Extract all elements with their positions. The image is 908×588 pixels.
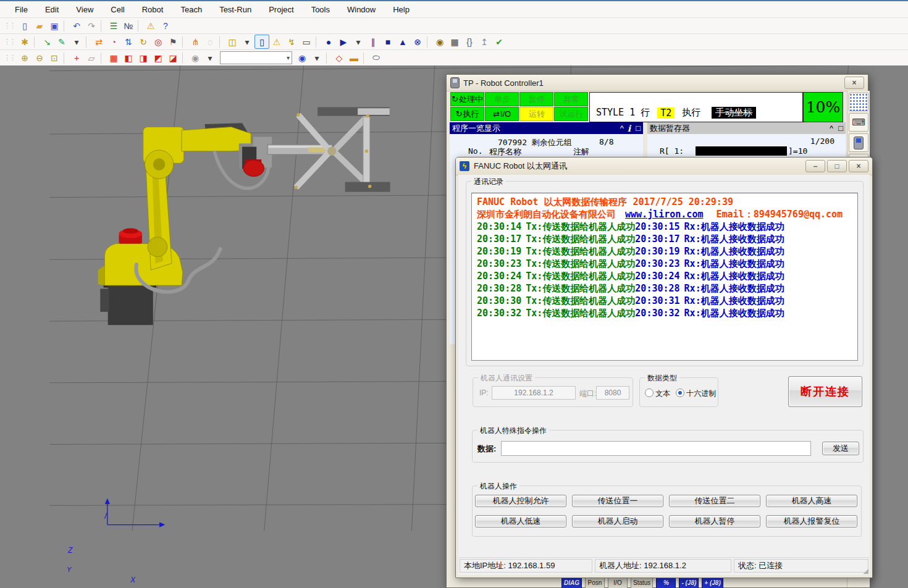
menu-item[interactable]: Edit — [36, 3, 67, 16]
eject-icon[interactable]: ▲ — [395, 35, 410, 49]
command-data-input[interactable] — [501, 441, 811, 456]
save-icon[interactable]: ▣ — [47, 19, 62, 33]
dropdown-caret[interactable]: ▾ — [351, 35, 366, 49]
teach-edit-icon[interactable]: ✎ — [54, 35, 69, 49]
elevate-icon[interactable]: ↥ — [477, 35, 492, 49]
menu-item[interactable]: Window — [338, 3, 384, 16]
collapse-icon[interactable]: ^ — [620, 124, 624, 133]
keyboard-icon[interactable]: ⌨ — [849, 113, 868, 132]
swap-position-icon[interactable]: ⇄ — [91, 35, 106, 49]
cube-right-icon[interactable]: ◨ — [136, 51, 151, 65]
toolbar-grip[interactable]: ⋮⋮ — [4, 38, 15, 46]
info-icon[interactable]: i — [628, 124, 631, 133]
jog-lock-icon[interactable]: ↘ — [40, 35, 54, 49]
toolbar-grip[interactable]: ⋮⋮ — [4, 22, 15, 30]
disconnect-button[interactable]: 断开连接 — [788, 376, 862, 407]
radio-hex[interactable]: 十六进制 — [676, 388, 716, 399]
teach-pendant-icon[interactable]: ▯ — [254, 35, 269, 49]
target-icon[interactable]: ◎ — [151, 35, 166, 49]
menu-item[interactable]: Robot — [133, 3, 172, 16]
menu-item[interactable]: Help — [384, 3, 418, 16]
robot-jog-icon[interactable]: ◫ — [225, 35, 240, 49]
online-mode-icon[interactable]: ⇅ — [121, 35, 136, 49]
minimize-button[interactable]: – — [805, 160, 825, 172]
divider[interactable] — [101, 52, 104, 64]
tool-frame-icon[interactable]: ↻ — [136, 35, 151, 49]
divider[interactable] — [86, 36, 90, 48]
log-website-link[interactable]: www.jliron.com — [625, 209, 703, 220]
collapse-icon[interactable]: ^ — [830, 124, 833, 133]
cell-properties-icon[interactable]: ✱ — [17, 35, 32, 49]
divider[interactable] — [101, 20, 104, 32]
abort-icon[interactable]: ⊗ — [410, 35, 425, 49]
center-view-icon[interactable]: + — [69, 51, 84, 65]
tree-view-icon[interactable]: ☰ — [106, 19, 121, 33]
cube-add-icon[interactable]: ▦ — [106, 51, 121, 65]
zoom-in-icon[interactable]: ⊕ — [17, 51, 32, 65]
gauge-icon[interactable]: ◔ — [106, 35, 121, 49]
divider[interactable] — [34, 36, 38, 48]
menu-item[interactable]: File — [6, 3, 36, 16]
radio-text-icon[interactable] — [645, 388, 654, 397]
resize-grip-icon[interactable]: ◢ — [864, 567, 868, 575]
play-icon[interactable]: ▶ — [336, 35, 351, 49]
zoom-out-icon[interactable]: ⊖ — [32, 51, 47, 65]
divider[interactable] — [182, 52, 186, 64]
measure-icon[interactable]: ▬ — [347, 51, 361, 65]
robot-op-button[interactable]: 机器人报警复位 — [766, 515, 857, 527]
cube-lower-icon[interactable]: ◪ — [166, 51, 180, 65]
divider[interactable] — [64, 20, 67, 32]
io-connect-icon[interactable]: {} — [462, 35, 477, 49]
divider[interactable] — [363, 52, 367, 64]
divider[interactable] — [326, 52, 330, 64]
new-file-icon[interactable]: ▯ — [17, 19, 32, 33]
redo-icon[interactable]: ↷ — [84, 19, 99, 33]
menu-item[interactable]: View — [67, 3, 102, 16]
robot-op-button[interactable]: 机器人低速 — [475, 515, 566, 527]
view-select-combo[interactable]: ▾ — [220, 51, 292, 64]
dropdown-caret[interactable]: ▾ — [203, 51, 217, 65]
profile-check-icon[interactable]: ✔ — [492, 35, 507, 49]
dropdown-caret[interactable]: ▾ — [309, 51, 324, 65]
signboard-icon[interactable]: ⚑ — [166, 35, 180, 49]
divider[interactable] — [138, 20, 141, 32]
cube-left-icon[interactable]: ◧ — [121, 51, 136, 65]
divider[interactable] — [427, 36, 431, 48]
monitor-robot-icon[interactable]: ◉ — [432, 35, 447, 49]
toolbar-grip[interactable]: ⋮⋮ — [4, 54, 15, 62]
maximize-button[interactable]: □ — [827, 160, 847, 172]
robot-op-button[interactable]: 传送位置二 — [669, 495, 760, 507]
robot-op-button[interactable]: 机器人启动 — [572, 515, 663, 527]
menu-item[interactable]: Test-Run — [211, 3, 260, 16]
maximize-icon[interactable]: □ — [838, 124, 843, 133]
alarm-save-icon[interactable]: ⚠ — [143, 19, 158, 33]
robot-op-button[interactable]: 机器人控制允许 — [475, 495, 566, 507]
terminal-icon[interactable]: ▭ — [299, 35, 314, 49]
menu-item[interactable]: Cell — [102, 3, 133, 16]
mouse-settings-icon[interactable]: ⬭ — [369, 51, 384, 65]
robot-op-button[interactable]: 传送位置一 — [572, 495, 663, 507]
radio-hex-icon[interactable] — [676, 388, 684, 397]
pendant-icon[interactable] — [849, 133, 868, 152]
cube-upper-icon[interactable]: ◩ — [151, 51, 166, 65]
divider[interactable] — [64, 52, 67, 64]
program-panel-titlebar[interactable]: 程序一览显示 ^ i □ — [450, 122, 643, 134]
pixel-grid-icon[interactable] — [849, 93, 868, 111]
zoom-window-icon[interactable]: ⊡ — [47, 51, 62, 65]
close-button[interactable]: × — [844, 77, 864, 89]
menu-item[interactable]: Project — [260, 3, 302, 16]
dropdown-caret[interactable]: ▾ — [240, 35, 254, 49]
camera-record-icon[interactable]: ◉ — [295, 51, 309, 65]
floor-plane-icon[interactable]: ▱ — [84, 51, 99, 65]
open-folder-icon[interactable]: ▰ — [32, 19, 47, 33]
divider[interactable] — [316, 36, 319, 48]
run-panel-icon[interactable]: ▦ — [447, 35, 462, 49]
close-button[interactable]: × — [849, 160, 868, 172]
help-icon[interactable]: ? — [158, 19, 173, 33]
wireframe-cube-icon[interactable]: ◇ — [332, 51, 347, 65]
robot-op-button[interactable]: 机器人暂停 — [669, 515, 760, 527]
divider[interactable] — [182, 36, 186, 48]
robot-run-icon[interactable]: ↯ — [284, 35, 299, 49]
tp-titlebar[interactable]: TP - Robot Controller1 × — [447, 75, 868, 91]
dropdown-caret[interactable]: ▾ — [69, 35, 84, 49]
